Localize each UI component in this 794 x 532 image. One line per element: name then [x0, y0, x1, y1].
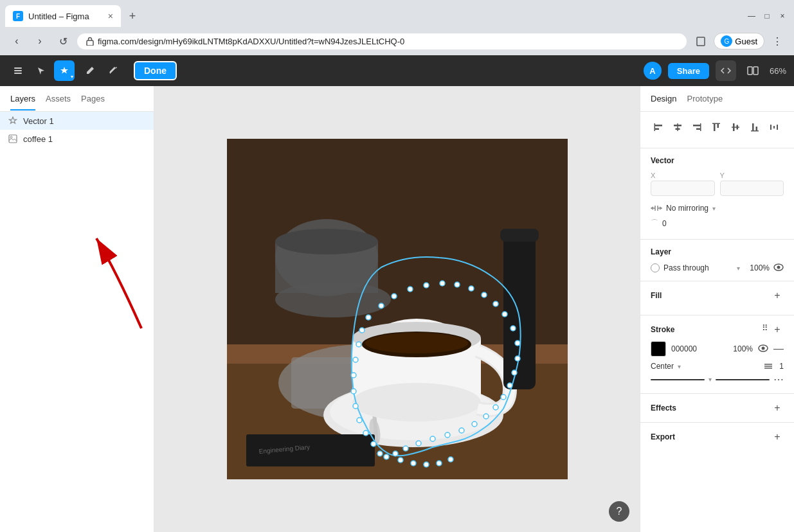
- active-tab[interactable]: F Untitled – Figma ×: [5, 5, 121, 27]
- stroke-more-button[interactable]: ⋯: [773, 373, 784, 386]
- layer-item-coffee1[interactable]: coffee 1: [0, 130, 154, 148]
- opacity-value[interactable]: 100%: [744, 263, 770, 272]
- svg-rect-91: [770, 125, 771, 130]
- blend-chevron-icon: ▾: [737, 265, 740, 272]
- canvas-area[interactable]: Engineering Diary: [154, 86, 640, 532]
- layer-item-vector1[interactable]: Vector 1: [0, 112, 154, 130]
- zoom-level[interactable]: 66%: [770, 66, 786, 76]
- svg-rect-83: [717, 123, 719, 128]
- align-left-button[interactable]: [651, 120, 666, 135]
- dash-line2-icon[interactable]: [716, 379, 770, 380]
- mirroring-row[interactable]: No mirroring ▾: [651, 201, 784, 215]
- corner-row: ⌒ 0: [651, 215, 784, 231]
- bookmark-button[interactable]: [692, 32, 710, 50]
- library-button[interactable]: [743, 60, 763, 81]
- code-button[interactable]: [716, 60, 736, 81]
- fill-title: Fill: [651, 291, 662, 300]
- address-bar[interactable]: figma.com/design/mHy69ikdLNTMt8pKdADXXU/…: [77, 33, 687, 49]
- blend-mode-icon: [651, 263, 660, 272]
- align-bottom-button[interactable]: [747, 120, 762, 135]
- svg-point-22: [365, 333, 468, 353]
- stroke-remove-button[interactable]: —: [773, 343, 784, 355]
- pencil-tool-button[interactable]: [103, 60, 123, 81]
- stroke-title: Stroke: [651, 325, 674, 334]
- more-button[interactable]: ⋮: [768, 32, 786, 50]
- left-panel-tabs: Layers Assets Pages: [0, 86, 154, 112]
- stroke-align-label[interactable]: Center: [651, 362, 674, 371]
- prototype-tab[interactable]: Prototype: [687, 94, 723, 103]
- align-right-button[interactable]: [689, 120, 705, 135]
- design-tab[interactable]: Design: [651, 94, 676, 103]
- svg-rect-93: [773, 126, 775, 129]
- stroke-opacity-value[interactable]: 100%: [733, 344, 753, 353]
- right-panel: Design Prototype: [640, 86, 794, 532]
- visibility-toggle[interactable]: [773, 263, 784, 273]
- svg-point-6: [10, 136, 12, 138]
- right-panel-tabs: Design Prototype: [640, 86, 794, 112]
- align-section: [640, 112, 794, 148]
- align-center-h-button[interactable]: [670, 120, 685, 135]
- close-window-button[interactable]: ×: [776, 10, 789, 22]
- blend-row: Pass through ▾ 100%: [651, 263, 784, 273]
- menu-button[interactable]: [8, 60, 28, 81]
- svg-rect-27: [503, 229, 536, 389]
- browser-tab-bar: F Untitled – Figma × + — □ ×: [0, 0, 794, 27]
- add-export-button[interactable]: +: [771, 430, 784, 443]
- maximize-button[interactable]: □: [761, 10, 773, 22]
- svg-rect-78: [677, 123, 678, 131]
- dash-line-icon[interactable]: [651, 379, 705, 380]
- back-button[interactable]: ‹: [8, 32, 26, 50]
- dash-chevron-icon: ▾: [708, 376, 712, 383]
- assets-tab[interactable]: Assets: [46, 87, 71, 110]
- minimize-button[interactable]: —: [745, 10, 758, 22]
- user-avatar[interactable]: A: [644, 62, 662, 80]
- share-button[interactable]: Share: [668, 63, 709, 79]
- layer-name-coffee1: coffee 1: [23, 134, 53, 144]
- add-fill-button[interactable]: +: [771, 289, 784, 302]
- x-input[interactable]: [651, 181, 715, 196]
- stroke-grid-button[interactable]: ⠿: [762, 323, 768, 336]
- stroke-hex-value[interactable]: 000000: [671, 344, 728, 353]
- svg-rect-88: [752, 123, 754, 131]
- distribute-button[interactable]: [766, 120, 782, 135]
- tab-close-button[interactable]: ×: [108, 12, 113, 21]
- layer-name-vector1: Vector 1: [23, 116, 54, 126]
- svg-point-25: [275, 229, 378, 254]
- effects-title: Effects: [651, 403, 676, 412]
- tab-title: Untitled – Figma: [28, 12, 103, 21]
- vector-tool-button[interactable]: ▾: [54, 60, 75, 81]
- pages-tab[interactable]: Pages: [81, 87, 105, 110]
- app-toolbar: ▾ Done A Share 66%: [0, 55, 794, 86]
- add-effect-button[interactable]: +: [771, 402, 784, 414]
- corner-value: 0: [662, 219, 667, 228]
- blend-mode-label[interactable]: Pass through: [663, 263, 733, 272]
- stroke-width-value[interactable]: 1: [779, 362, 784, 371]
- done-button[interactable]: Done: [134, 61, 177, 80]
- app-main: Layers Assets Pages Vector 1 coffee 1: [0, 86, 794, 532]
- pen-tool-button[interactable]: [80, 60, 100, 81]
- new-tab-button[interactable]: +: [123, 7, 141, 25]
- align-middle-v-button[interactable]: [728, 120, 743, 135]
- stroke-header: Stroke ⠿ +: [651, 323, 784, 336]
- move-tool-button[interactable]: [31, 60, 51, 81]
- help-button[interactable]: ?: [609, 501, 629, 522]
- layers-tab[interactable]: Layers: [10, 87, 35, 110]
- profile-icon: G: [721, 35, 732, 47]
- refresh-button[interactable]: ↺: [54, 32, 72, 50]
- y-input[interactable]: [720, 181, 784, 196]
- profile-button[interactable]: G Guest: [714, 33, 764, 49]
- stroke-color-row: 000000 100% —: [651, 341, 784, 357]
- svg-point-97: [762, 347, 765, 350]
- add-stroke-button[interactable]: +: [771, 323, 784, 336]
- fill-header: Fill +: [651, 289, 784, 302]
- window-controls: — □ ×: [745, 10, 789, 22]
- svg-rect-81: [700, 123, 701, 131]
- layer-list: Vector 1 coffee 1: [0, 112, 154, 322]
- lock-icon: [86, 37, 94, 46]
- svg-rect-90: [751, 130, 759, 132]
- svg-rect-4: [753, 67, 758, 75]
- stroke-visibility-toggle[interactable]: [758, 344, 768, 354]
- align-top-button[interactable]: [708, 120, 724, 135]
- stroke-color-swatch[interactable]: [651, 341, 666, 357]
- forward-button[interactable]: ›: [31, 32, 49, 50]
